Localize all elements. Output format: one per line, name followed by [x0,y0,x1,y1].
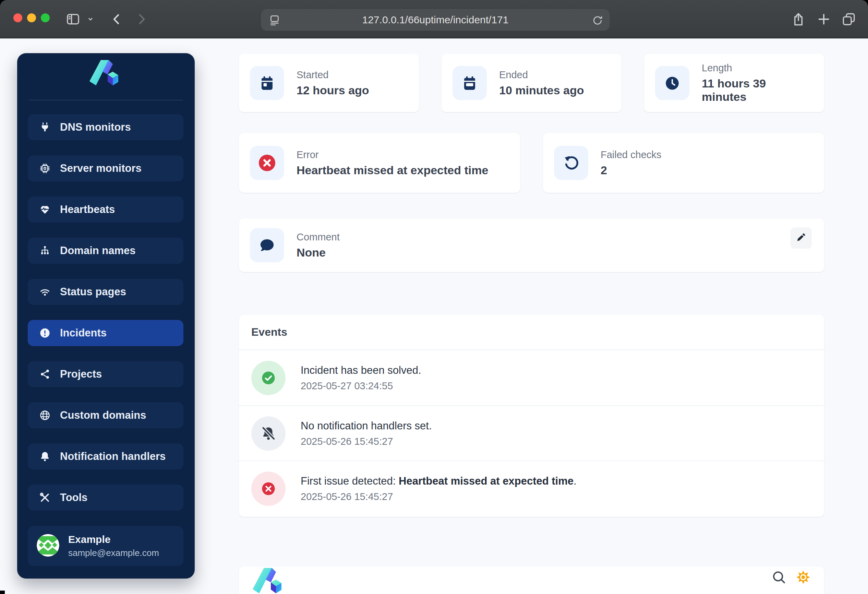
address-bar[interactable]: 127.0.0.1/66uptime/incident/171 [261,9,610,31]
sidebar-item-projects[interactable]: Projects [28,361,183,387]
page-footer [239,567,824,594]
browser-window: 127.0.0.1/66uptime/incident/171 [0,0,868,594]
microchip-icon [38,163,52,174]
stat-label: Failed checks [601,149,661,161]
stat-value: 2 [601,164,661,177]
sidebar-item-tools[interactable]: Tools [28,485,183,511]
ended-card: Ended 10 minutes ago [441,54,621,112]
edit-comment-button[interactable] [791,228,812,249]
sidebar-item-notification-handlers[interactable]: Notification handlers [28,443,183,470]
screenshot-canvas: 127.0.0.1/66uptime/incident/171 [0,0,868,594]
minimize-window-button[interactable] [27,13,36,22]
sidebar-item-label: Status pages [60,286,126,298]
window-controls [13,13,50,22]
tab-overview-icon[interactable] [840,10,858,28]
sidebar-item-label: Tools [60,492,87,504]
event-row-first-issue: First issue detected: Heartbeat missed a… [239,461,824,516]
sidebar-item-label: Incidents [60,327,106,339]
app-logo [17,60,195,94]
bell-slash-icon [251,416,286,451]
event-timestamp: 2025-05-27 03:24:55 [301,380,421,392]
share-icon[interactable] [790,10,807,28]
rotate-left-icon [554,146,588,180]
theme-sun-icon[interactable] [795,569,812,587]
sidebar-item-domain-names[interactable]: Domain names [28,238,183,264]
sidebar-item-dns-monitors[interactable]: DNS monitors [28,114,183,140]
search-icon[interactable] [771,569,787,587]
sidebar-divider [29,100,183,100]
stat-value: 12 hours ago [297,84,369,97]
bell-icon [38,451,52,462]
error-card: Error Heartbeat missed at expected time [239,133,520,193]
refresh-icon[interactable] [591,14,604,29]
event-timestamp: 2025-05-26 15:45:27 [301,436,432,447]
footer-logo [252,568,286,594]
events-title: Events [239,315,824,350]
length-card: Length 11 hours 39 minutes [644,54,824,112]
stat-value: 10 minutes ago [499,84,584,97]
events-card: Events Incident has been solved. 2025-05… [239,315,824,517]
website-settings-icon[interactable] [269,14,281,29]
event-row-no-handlers: No notification handlers set. 2025-05-26… [239,405,824,461]
zoom-window-button[interactable] [41,13,50,22]
sidebar: DNS monitors Server monitors Heartbeats [17,53,195,579]
circle-exclamation-icon [38,327,52,339]
sidebar-item-label: DNS monitors [60,121,131,133]
sidebar-item-incidents[interactable]: Incidents [28,320,183,346]
event-text: No notification handlers set. [301,420,432,432]
stat-value: None [297,246,340,259]
event-text: Incident has been solved. [301,364,421,377]
circle-xmark-icon [250,146,284,180]
globe-icon [38,409,52,421]
url-text: 127.0.0.1/66uptime/incident/171 [362,14,509,26]
circle-check-icon [251,361,286,395]
sidebar-item-label: Server monitors [60,162,142,174]
incident-detail: Started 12 hours ago Ended 10 minutes ag… [239,38,824,594]
sidebar-item-label: Domain names [60,245,136,257]
calendar-day-icon [250,66,284,100]
stat-label: Started [297,69,369,81]
app-page: DNS monitors Server monitors Heartbeats [0,38,868,594]
sidebar-item-heartbeats[interactable]: Heartbeats [28,197,183,223]
forward-icon[interactable] [132,10,150,28]
stat-value: Heartbeat missed at expected time [297,164,488,177]
comment-icon [250,228,284,262]
sidebar-item-label: Custom domains [60,409,146,421]
comment-card: Comment None [239,219,824,272]
stat-value: 11 hours 39 minutes [702,77,813,103]
share-nodes-icon [38,368,52,380]
sidebar-item-server-monitors[interactable]: Server monitors [28,155,183,182]
sidebar-item-custom-domains[interactable]: Custom domains [28,402,183,429]
event-row-solved: Incident has been solved. 2025-05-27 03:… [239,350,824,405]
profile-email: sample@example.com [68,548,159,559]
chevron-down-icon[interactable] [84,10,97,28]
failed-checks-card: Failed checks 2 [543,133,824,193]
stat-label: Error [297,149,488,161]
stat-label: Ended [499,69,584,81]
sidebar-item-label: Notification handlers [60,450,165,462]
desktop-corner [0,591,5,594]
sitemap-icon [38,245,52,257]
sidebar-item-status-pages[interactable]: Status pages [28,279,183,305]
new-tab-icon[interactable] [815,10,833,28]
profile-name: Example [68,533,159,545]
back-icon[interactable] [108,10,126,28]
screwdriver-wrench-icon [38,492,52,504]
user-profile[interactable]: Example sample@example.com [28,526,183,566]
circle-xmark-icon [251,471,286,506]
heart-pulse-icon [38,204,52,216]
wifi-icon [38,286,52,298]
calendar-week-icon [453,66,487,100]
avatar [37,534,59,558]
sidebar-toggle-icon[interactable] [64,10,82,28]
stat-label: Length [702,62,813,74]
sidebar-item-label: Heartbeats [60,203,115,216]
event-text: First issue detected: Heartbeat missed a… [301,475,577,487]
sidebar-nav: DNS monitors Server monitors Heartbeats [28,114,183,511]
sidebar-item-label: Projects [60,368,102,380]
pencil-icon [796,232,806,244]
clock-icon [655,66,689,100]
stat-label: Comment [297,232,340,243]
plug-icon [38,121,52,133]
close-window-button[interactable] [13,13,22,22]
